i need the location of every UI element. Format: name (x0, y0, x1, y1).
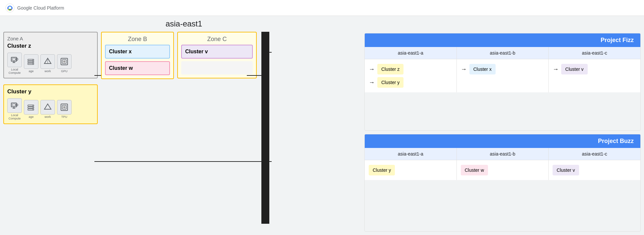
black-separator (261, 32, 269, 224)
logo-text: Google Cloud Platform (17, 5, 64, 11)
svg-point-29 (32, 105, 33, 106)
zone-a: Zone A Cluster z LocalCompute (3, 32, 98, 124)
arrow-to-cluster-y: → (369, 79, 375, 86)
svg-marker-32 (44, 104, 51, 109)
buzz-col-b-header: asia-east1-b (457, 148, 549, 160)
google-cloud-logo-icon (5, 3, 15, 13)
svg-rect-35 (63, 106, 65, 108)
fizz-cluster-y-row: → Cluster y (369, 77, 453, 88)
fizz-col-c-header: asia-east1-c (549, 47, 640, 59)
svg-point-12 (32, 60, 33, 60)
fizz-col-c-body: → Cluster v (549, 59, 640, 79)
storage-icon-y: age (24, 100, 38, 118)
svg-point-13 (32, 62, 33, 62)
fizz-cluster-v-row: → Cluster v (553, 64, 636, 74)
svg-rect-20 (63, 61, 65, 63)
network-icon-y: work (40, 100, 55, 118)
fizz-cluster-z-tag: Cluster z (377, 64, 403, 74)
arrow-to-cluster-z: → (369, 66, 375, 73)
buzz-cluster-w-tag: Cluster w (461, 165, 488, 175)
cluster-v-name: Cluster v (185, 49, 249, 55)
buzz-col-c-header: asia-east1-c (549, 148, 640, 160)
cluster-z-name: Cluster z (7, 43, 94, 49)
zone-b-label: Zone B (105, 36, 170, 43)
svg-point-0 (6, 4, 14, 12)
main-content: asia-east1 Zone A Cluster z Lo (0, 16, 644, 235)
zone-c: Zone C Cluster v (177, 32, 257, 78)
fizz-col-b-body: → Cluster x (457, 59, 549, 79)
top-bar: Google Cloud Platform (0, 0, 644, 16)
svg-point-30 (32, 107, 33, 108)
zone-a-label: Zone A (7, 36, 94, 41)
cluster-x-name: Cluster x (109, 49, 166, 55)
network-icon-z: work (40, 54, 55, 73)
fizz-cluster-v-tag: Cluster v (561, 64, 587, 74)
buzz-col-c: asia-east1-c Cluster v (549, 148, 640, 180)
buzz-col-b-body: Cluster w (457, 160, 549, 180)
tpu-icon-y: TPU (57, 100, 72, 118)
fizz-cluster-x-row: → Cluster x (461, 64, 545, 74)
project-fizz-cols: asia-east1-a → Cluster z → Cluster y (365, 47, 640, 92)
buzz-cluster-y-tag: Cluster y (369, 165, 395, 175)
project-buzz-card: Project Buzz asia-east1-a Cluster y asia… (364, 134, 641, 232)
fizz-col-a-header: asia-east1-a (365, 47, 456, 59)
cluster-y-box: Cluster y LocalCompute (3, 84, 98, 124)
arrow-to-cluster-v-fizz: → (553, 66, 559, 73)
svg-rect-22 (12, 104, 16, 106)
project-fizz-card: Project Fizz asia-east1-a → Cluster z → (364, 33, 641, 131)
buzz-col-c-body: Cluster v (549, 160, 640, 180)
cluster-v-box: Cluster v (181, 45, 253, 59)
fizz-col-a-body: → Cluster z → Cluster y (365, 59, 456, 92)
cluster-z-box: Zone A Cluster z LocalCompute (3, 32, 98, 78)
project-buzz-cols: asia-east1-a Cluster y asia-east1-b Clus… (365, 148, 640, 180)
svg-point-14 (32, 64, 33, 64)
right-panel: Project Fizz asia-east1-a → Cluster z → (364, 16, 644, 235)
logo-area: Google Cloud Platform (5, 3, 64, 13)
app-root: Google Cloud Platform asia-east1 Zone A … (0, 0, 644, 235)
zone-c-filler (181, 61, 253, 74)
cluster-x-box: Cluster x (105, 45, 170, 59)
local-compute-icon-y: LocalCompute (7, 98, 22, 120)
region-label: asia-east1 (3, 19, 364, 28)
cluster-w-box: Cluster w (105, 61, 170, 75)
cluster-y-name: Cluster y (7, 88, 94, 95)
buzz-col-a-header: asia-east1-a (365, 148, 456, 160)
cluster-w-name: Cluster w (109, 65, 166, 71)
fizz-cluster-y-tag: Cluster y (377, 77, 403, 88)
diagram-area: asia-east1 Zone A Cluster z Lo (0, 16, 364, 235)
cluster-z-icons: LocalCompute age (7, 53, 94, 74)
buzz-col-b: asia-east1-b Cluster w (457, 148, 549, 180)
fizz-cluster-z-row: → Cluster z (369, 64, 453, 74)
project-fizz-header: Project Fizz (365, 33, 640, 47)
fizz-col-b-header: asia-east1-b (457, 47, 549, 59)
zone-b: Zone B Cluster x Cluster w (101, 32, 174, 79)
storage-icon-z: age (24, 54, 38, 73)
svg-point-31 (32, 109, 33, 110)
zone-c-label: Zone C (181, 36, 253, 43)
fizz-col-b: asia-east1-b → Cluster x (457, 47, 549, 92)
buzz-cluster-v-tag: Cluster v (553, 165, 579, 175)
arrow-to-cluster-x: → (461, 66, 467, 73)
local-compute-icon-z: LocalCompute (7, 53, 22, 74)
gpu-icon-z: GPU (57, 54, 72, 73)
buzz-col-a: asia-east1-a Cluster y (365, 148, 457, 180)
buzz-col-a-body: Cluster y (365, 160, 456, 180)
zones-row: Zone A Cluster z LocalCompute (3, 32, 364, 224)
project-buzz-header: Project Buzz (365, 134, 640, 148)
fizz-col-a: asia-east1-a → Cluster z → Cluster y (365, 47, 457, 92)
fizz-cluster-x-tag: Cluster x (469, 64, 496, 74)
cluster-y-icons: LocalCompute age (7, 98, 94, 120)
fizz-col-c: asia-east1-c → Cluster v (549, 47, 640, 92)
